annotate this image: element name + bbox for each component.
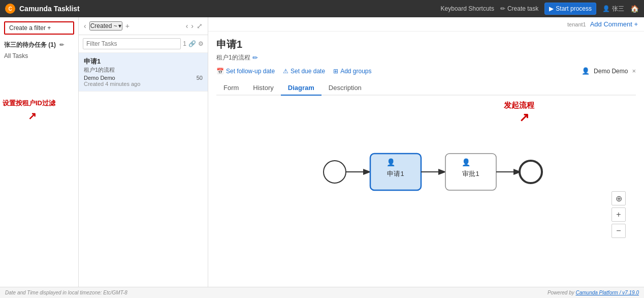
created-sort-button[interactable]: Created ~ ▾ xyxy=(89,21,122,31)
home-icon[interactable]: 🏠 xyxy=(630,5,639,13)
keyboard-shortcuts-button[interactable]: Keyboard Shortcuts xyxy=(441,5,494,12)
top-navigation: C Camunda Tasklist Keyboard Shortcuts ✏ … xyxy=(0,0,644,17)
middle-panel: ‹ Created ~ ▾ + ‹ › ⤢ 1 🔗 ⚙ 申请1 xyxy=(79,17,208,287)
task-title: 申请1 xyxy=(216,38,636,51)
start-process-button[interactable]: ▶ Start process xyxy=(544,3,596,15)
middle-header-icons: ‹ › ⤢ xyxy=(186,22,203,30)
app-logo: C xyxy=(5,4,15,14)
task-card-number: 50 xyxy=(197,75,203,81)
create-task-button[interactable]: ✏ Create task xyxy=(500,5,538,12)
app-title: Camunda Tasklist xyxy=(19,5,80,13)
settings-icon[interactable]: ⚙ xyxy=(198,40,204,47)
groups-icon: ⊞ xyxy=(333,68,338,75)
expand-panel-icon[interactable]: ⤢ xyxy=(197,22,203,30)
svg-text:申请1: 申请1 xyxy=(387,170,404,177)
add-groups-button[interactable]: ⊞ Add groups xyxy=(333,68,371,75)
zoom-out-button[interactable]: − xyxy=(611,224,626,238)
assignee-icon: 👤 xyxy=(582,67,590,75)
topnav-icons: 🏠 xyxy=(630,5,639,13)
tab-diagram[interactable]: Diagram xyxy=(281,81,321,96)
assignee-area: 👤 Demo Demo × xyxy=(582,67,636,75)
end-event xyxy=(520,161,542,183)
add-filter-icon[interactable]: + xyxy=(125,22,130,30)
task-actions: 📅 Set follow-up date ⚠ Set due date ⊞ Ad… xyxy=(216,67,636,75)
tabs: Form History Diagram Description xyxy=(216,81,636,96)
svg-text:审批1: 审批1 xyxy=(462,170,479,177)
middle-header: ‹ Created ~ ▾ + ‹ › ⤢ xyxy=(79,17,208,35)
task-card-time: Created 4 minutes ago xyxy=(84,81,203,87)
zoom-in-button[interactable]: + xyxy=(611,207,626,222)
calendar-icon: 📅 xyxy=(216,68,224,75)
topnav-left: C Camunda Tasklist xyxy=(5,4,80,14)
assignee-name: Demo Demo xyxy=(594,68,628,75)
left-panel: Create a filter + 张三的待办任务 (1) ✏ All Task… xyxy=(0,17,79,287)
tenant-label: tenant1 xyxy=(567,21,586,27)
svg-text:👤: 👤 xyxy=(387,158,396,167)
filter-icons: 1 🔗 ⚙ xyxy=(183,40,204,47)
right-content: 申请1 租户1的流程 ✏ 📅 Set follow-up date ⚠ Set … xyxy=(208,32,644,287)
add-comment-button[interactable]: Add Comment + xyxy=(590,20,638,28)
bpmn-diagram: 👤 申请1 👤 审批1 xyxy=(294,126,558,218)
zoom-move-button[interactable]: ⊕ xyxy=(611,191,626,205)
alert-icon: ⚠ xyxy=(283,68,288,75)
filter-bar: 1 🔗 ⚙ xyxy=(79,35,208,53)
diagram-area: 发起流程 ↗ 👤 申请1 xyxy=(216,96,636,248)
right-panel: tenant1 Add Comment + 申请1 租户1的流程 ✏ 📅 Set… xyxy=(208,17,644,287)
search-input[interactable] xyxy=(83,38,181,49)
task-count-label: 1 xyxy=(183,40,186,47)
tab-form[interactable]: Form xyxy=(216,81,246,96)
start-event xyxy=(324,161,346,183)
sort-chevron-icon: ▾ xyxy=(118,22,121,29)
powered-by-text: Powered by Camunda Platform / v7.19.0 xyxy=(548,290,639,295)
middle-header-left: ‹ Created ~ ▾ + xyxy=(84,21,130,31)
user-icon: 👤 xyxy=(602,5,610,12)
task-card-process: 租户1的流程 xyxy=(84,66,203,74)
bottom-bar: Date and Time displayed in local timezon… xyxy=(0,287,644,298)
tab-history[interactable]: History xyxy=(246,81,280,96)
start-process-annotation: 发起流程 ↗ xyxy=(504,101,534,125)
topnav-right: Keyboard Shortcuts ✏ Create task ▶ Start… xyxy=(441,3,639,15)
filter-annotation: 设置按租户ID过滤 ↗ xyxy=(3,99,55,122)
edit-filter-icon[interactable]: ✏ xyxy=(59,42,64,48)
prev-page-icon[interactable]: ‹ xyxy=(186,22,188,30)
task-card[interactable]: 申请1 租户1的流程 Demo Demo 50 Created 4 minute… xyxy=(79,53,208,92)
platform-link[interactable]: Camunda Platform / v7.19.0 xyxy=(575,290,639,295)
collapse-left-icon[interactable]: ‹ xyxy=(84,22,86,30)
tab-description[interactable]: Description xyxy=(321,81,369,96)
svg-text:👤: 👤 xyxy=(462,158,471,167)
next-page-icon[interactable]: › xyxy=(191,22,194,30)
set-due-date-button[interactable]: ⚠ Set due date xyxy=(283,68,325,75)
remove-assignee-button[interactable]: × xyxy=(632,67,636,75)
filter-item-my-tasks[interactable]: 张三的待办任务 (1) ✏ xyxy=(4,39,74,51)
all-tasks-link[interactable]: All Tasks xyxy=(4,51,74,61)
start-process-icon: ▶ xyxy=(549,5,554,12)
set-follow-up-button[interactable]: 📅 Set follow-up date xyxy=(216,68,275,75)
task-card-title: 申请1 xyxy=(84,57,203,66)
task-card-assignee: Demo Demo xyxy=(84,75,115,81)
create-task-icon: ✏ xyxy=(500,5,505,12)
timezone-text: Date and Time displayed in local timezon… xyxy=(5,290,127,295)
task-process: 租户1的流程 ✏ xyxy=(216,53,636,62)
task-card-row: Demo Demo 50 xyxy=(84,75,203,81)
zoom-controls: ⊕ + − xyxy=(611,191,626,238)
create-filter-button[interactable]: Create a filter + xyxy=(4,21,74,35)
edit-process-icon[interactable]: ✏ xyxy=(252,54,258,62)
main-layout: Create a filter + 张三的待办任务 (1) ✏ All Task… xyxy=(0,17,644,287)
user-menu[interactable]: 👤 张三 xyxy=(602,5,624,13)
add-comment-area: tenant1 Add Comment + xyxy=(208,17,644,32)
link-icon[interactable]: 🔗 xyxy=(188,40,196,47)
